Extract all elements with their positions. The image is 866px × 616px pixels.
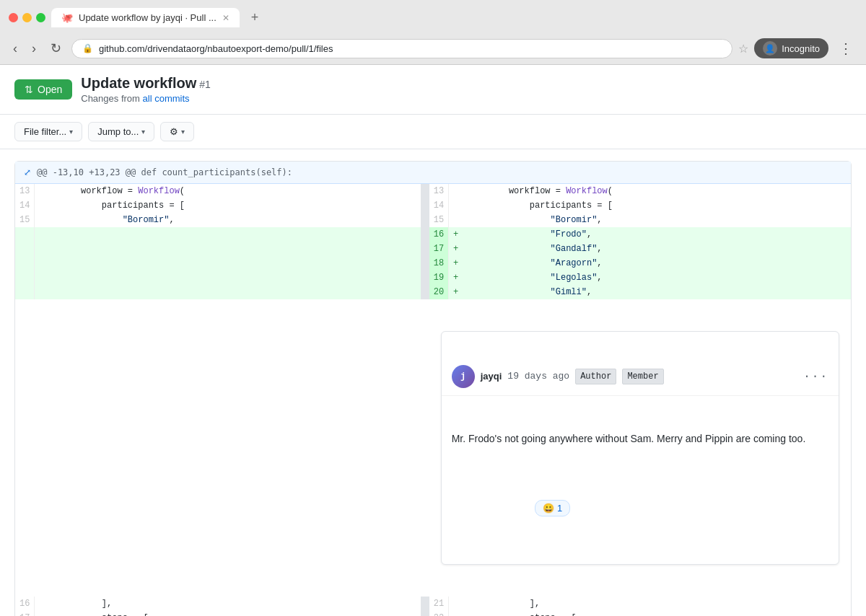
right-code-cell: "Frodo",	[463, 227, 851, 242]
tab-close-button[interactable]: ✕	[222, 13, 229, 23]
close-window-button[interactable]	[9, 13, 18, 22]
line-number-right: 16	[429, 227, 449, 242]
pr-toolbar: File filter... ▾ Jump to... ▾ ⚙ ▾	[0, 115, 866, 149]
maximize-window-button[interactable]	[36, 13, 45, 22]
diff-marker	[449, 198, 463, 213]
reaction-count-1: 1	[557, 503, 562, 514]
diff-divider	[421, 270, 429, 285]
line-number-right: 21	[429, 597, 449, 611]
reload-button[interactable]: ↻	[46, 39, 66, 58]
comment-header-1: j jayqi 19 days ago Author Member ···	[442, 358, 839, 396]
new-tab-button[interactable]: +	[245, 7, 265, 28]
file-filter-label: File filter...	[24, 126, 66, 137]
page-content: ⇅ Open Update workflow #1 Changes from a…	[0, 65, 866, 616]
right-code-cell: "Boromir",	[463, 213, 851, 227]
line-number-right: 18	[429, 256, 449, 270]
url-bar[interactable]: 🔒 github.com/drivendataorg/nbautoexport-…	[71, 39, 732, 58]
diff-marker: +	[449, 227, 463, 242]
table-row: 16 + "Frodo",	[15, 227, 851, 242]
line-number-left	[15, 270, 35, 285]
comment-row-1: j jayqi 19 days ago Author Member ··· Mr…	[15, 299, 851, 597]
pr-number: #1	[199, 79, 211, 90]
pr-title-line: Update workflow #1	[81, 75, 852, 92]
security-lock-icon: 🔒	[82, 43, 93, 53]
left-code-cell: participants = [	[35, 198, 421, 213]
line-number-right: 22	[429, 611, 449, 616]
minimize-window-button[interactable]	[22, 13, 32, 22]
member-badge-1: Member	[622, 369, 663, 384]
settings-caret-icon: ▾	[181, 128, 185, 136]
forward-button[interactable]: ›	[27, 40, 40, 58]
left-code-cell	[35, 256, 421, 270]
tab-favicon: 🐙	[61, 12, 73, 23]
table-row: 18 + "Aragorn",	[15, 256, 851, 270]
diff-divider	[421, 611, 429, 616]
line-number-left: 17	[15, 611, 35, 616]
line-number-left: 13	[15, 184, 35, 198]
diff-marker	[449, 611, 463, 616]
right-code-cell: "Gandalf",	[463, 242, 851, 256]
table-row: 20 + "Gimli",	[15, 285, 851, 299]
pr-title-section: Update workflow #1 Changes from all comm…	[81, 75, 852, 104]
diff-divider	[421, 256, 429, 270]
diff-table: 13 workflow = Workflow( 13 workflow = Wo…	[15, 184, 851, 616]
pr-title: Update workflow	[81, 75, 196, 91]
file-filter-button[interactable]: File filter... ▾	[14, 122, 82, 141]
comment-time-1: 19 days ago	[507, 369, 569, 384]
diff-container: ⤢ @@ -13,10 +13,23 @@ def count_particip…	[14, 161, 852, 616]
left-code-cell: steps = [	[35, 611, 421, 616]
line-number-right: 20	[429, 285, 449, 299]
pr-header: ⇅ Open Update workflow #1 Changes from a…	[0, 65, 866, 115]
line-number-right: 17	[429, 242, 449, 256]
right-code-cell: "Gimli",	[463, 285, 851, 299]
diff-hunk-header: @@ -13,10 +13,23 @@ def count_participan…	[37, 167, 292, 177]
line-number-left	[15, 285, 35, 299]
left-code-cell	[35, 242, 421, 256]
table-row: 19 + "Legolas",	[15, 270, 851, 285]
line-number-left	[15, 256, 35, 270]
line-number-right: 14	[429, 198, 449, 213]
diff-divider	[421, 285, 429, 299]
jump-to-label: Jump to...	[97, 126, 139, 137]
avatar-1: j	[452, 365, 475, 388]
diff-expand-icon[interactable]: ⤢	[24, 167, 31, 177]
comment-body-1: Mr. Frodo's not going anywhere without S…	[442, 422, 839, 455]
incognito-label: Incognito	[782, 43, 820, 54]
table-row: 16 ], 21 ],	[15, 597, 851, 611]
incognito-button[interactable]: 👤 Incognito	[754, 38, 828, 58]
table-row: 17 steps = [ 22 steps = [	[15, 611, 851, 616]
diff-marker	[449, 213, 463, 227]
pr-merge-icon: ⇅	[25, 84, 33, 95]
browser-tab[interactable]: 🐙 Update workflow by jayqi · Pull ... ✕	[51, 8, 240, 27]
tab-title: Update workflow by jayqi · Pull ...	[79, 12, 216, 23]
line-number-left	[15, 242, 35, 256]
back-button[interactable]: ‹	[9, 40, 22, 58]
jump-to-button[interactable]: Jump to... ▾	[88, 122, 154, 141]
incognito-icon: 👤	[763, 41, 777, 56]
diff-divider	[421, 213, 429, 227]
browser-titlebar: 🐙 Update workflow by jayqi · Pull ... ✕ …	[0, 0, 866, 34]
reaction-button-1[interactable]: 😀 1	[535, 500, 570, 516]
inline-comment-1: j jayqi 19 days ago Author Member ··· Mr…	[441, 331, 839, 565]
comment-menu-button-1[interactable]: ···	[803, 368, 828, 385]
left-code-cell	[35, 285, 421, 299]
right-code-cell: workflow = Workflow(	[463, 184, 851, 198]
diff-divider	[421, 184, 429, 198]
bookmark-star-icon[interactable]: ☆	[738, 42, 748, 56]
diff-marker	[449, 597, 463, 611]
browser-menu-button[interactable]: ⋮	[834, 38, 857, 58]
right-code-cell: ],	[463, 597, 851, 611]
pr-status-button[interactable]: ⇅ Open	[14, 79, 72, 100]
table-row: 15 "Boromir", 15 "Boromir",	[15, 213, 851, 227]
diff-marker: +	[449, 285, 463, 299]
settings-button[interactable]: ⚙ ▾	[160, 122, 194, 141]
comment-cell-1: j jayqi 19 days ago Author Member ··· Mr…	[429, 299, 851, 597]
url-text: github.com/drivendataorg/nbautoexport-de…	[99, 43, 722, 54]
diff-file-header: ⤢ @@ -13,10 +13,23 @@ def count_particip…	[15, 162, 851, 184]
line-number-left: 15	[15, 213, 35, 227]
pr-status-label: Open	[38, 84, 62, 95]
right-code-cell: "Legolas",	[463, 270, 851, 285]
pr-commits-link[interactable]: all commits	[143, 93, 190, 104]
right-code-cell: "Aragorn",	[463, 256, 851, 270]
line-number-right: 15	[429, 213, 449, 227]
